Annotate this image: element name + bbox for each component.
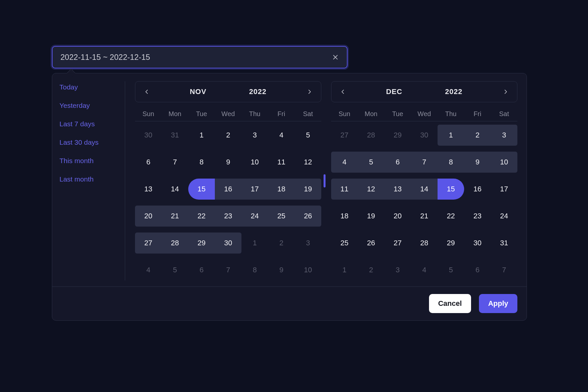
- calendar-day[interactable]: 2: [215, 125, 241, 146]
- calendar-day[interactable]: 28: [162, 233, 188, 254]
- calendar-day[interactable]: 19: [295, 179, 321, 200]
- calendar-day[interactable]: 6: [135, 152, 162, 173]
- calendar-day[interactable]: 16: [215, 179, 241, 200]
- shortcut-item[interactable]: Last 30 days: [59, 138, 120, 146]
- calendar-day[interactable]: 18: [331, 206, 358, 227]
- calendar-day[interactable]: 4: [135, 259, 162, 281]
- calendar-day[interactable]: 26: [295, 206, 321, 227]
- calendar-day[interactable]: 19: [358, 206, 384, 227]
- calendar-day[interactable]: 1: [331, 259, 358, 281]
- calendar-day[interactable]: 26: [358, 233, 384, 254]
- calendar-day[interactable]: 31: [491, 233, 517, 254]
- calendar-day[interactable]: 8: [188, 152, 215, 173]
- calendar-day[interactable]: 5: [358, 152, 384, 173]
- calendar-day[interactable]: 3: [384, 259, 411, 281]
- calendar-day[interactable]: 9: [268, 259, 295, 281]
- calendar-day[interactable]: 10: [241, 152, 268, 173]
- prev-month-icon[interactable]: [143, 88, 150, 95]
- calendar-day[interactable]: 27: [384, 233, 411, 254]
- calendar-day[interactable]: 3: [491, 125, 517, 146]
- calendar-day[interactable]: 24: [491, 206, 517, 227]
- calendar-day[interactable]: 1: [241, 233, 268, 254]
- calendar-day[interactable]: 22: [188, 206, 215, 227]
- clear-icon[interactable]: [332, 54, 339, 61]
- calendar-day[interactable]: 3: [241, 125, 268, 146]
- calendar-day[interactable]: 7: [162, 152, 188, 173]
- calendar-day[interactable]: 27: [135, 233, 162, 254]
- calendar-day[interactable]: 17: [491, 179, 517, 200]
- calendar-day[interactable]: 29: [188, 233, 215, 254]
- next-month-icon[interactable]: [306, 88, 313, 95]
- calendar-day[interactable]: 15: [438, 179, 464, 200]
- calendar-day[interactable]: 21: [411, 206, 438, 227]
- calendar-right-year[interactable]: 2022: [445, 87, 463, 96]
- shortcut-item[interactable]: Today: [59, 83, 120, 91]
- calendar-day[interactable]: 15: [188, 179, 215, 200]
- calendar-day[interactable]: 23: [215, 206, 241, 227]
- calendar-day[interactable]: 23: [464, 206, 491, 227]
- calendar-day[interactable]: 25: [268, 206, 295, 227]
- shortcut-item[interactable]: Yesterday: [59, 102, 120, 110]
- calendar-day[interactable]: 2: [268, 233, 295, 254]
- range-divider-handle[interactable]: [324, 174, 326, 187]
- calendar-day[interactable]: 28: [411, 233, 438, 254]
- calendar-right-month[interactable]: DEC: [386, 87, 402, 96]
- calendar-day[interactable]: 30: [135, 125, 162, 146]
- calendar-day[interactable]: 29: [438, 233, 464, 254]
- calendar-day[interactable]: 18: [268, 179, 295, 200]
- calendar-day[interactable]: 12: [295, 152, 321, 173]
- calendar-day[interactable]: 6: [188, 259, 215, 281]
- calendar-day[interactable]: 10: [491, 152, 517, 173]
- calendar-day[interactable]: 30: [464, 233, 491, 254]
- shortcut-item[interactable]: Last month: [59, 175, 120, 183]
- calendar-day[interactable]: 4: [268, 125, 295, 146]
- calendar-day[interactable]: 16: [464, 179, 491, 200]
- calendar-day[interactable]: 1: [438, 125, 464, 146]
- calendar-day[interactable]: 4: [331, 152, 358, 173]
- calendar-day[interactable]: 4: [411, 259, 438, 281]
- calendar-day[interactable]: 30: [215, 233, 241, 254]
- calendar-day[interactable]: 21: [162, 206, 188, 227]
- apply-button[interactable]: Apply: [479, 294, 517, 313]
- calendar-day[interactable]: 7: [411, 152, 438, 173]
- calendar-day[interactable]: 22: [438, 206, 464, 227]
- calendar-day[interactable]: 7: [491, 259, 517, 281]
- calendar-day[interactable]: 5: [295, 125, 321, 146]
- calendar-day[interactable]: 6: [464, 259, 491, 281]
- date-range-input[interactable]: 2022-11-15 ~ 2022-12-15: [52, 46, 348, 68]
- calendar-day[interactable]: 3: [295, 233, 321, 254]
- calendar-day[interactable]: 5: [438, 259, 464, 281]
- shortcut-item[interactable]: This month: [59, 157, 120, 165]
- calendar-day[interactable]: 25: [331, 233, 358, 254]
- calendar-day[interactable]: 7: [215, 259, 241, 281]
- calendar-day[interactable]: 24: [241, 206, 268, 227]
- calendar-day[interactable]: 8: [241, 259, 268, 281]
- calendar-day[interactable]: 13: [135, 179, 162, 200]
- calendar-day[interactable]: 14: [411, 179, 438, 200]
- calendar-day[interactable]: 10: [295, 259, 321, 281]
- calendar-day[interactable]: 11: [331, 179, 358, 200]
- calendar-left-year[interactable]: 2022: [249, 87, 266, 96]
- calendar-day[interactable]: 6: [384, 152, 411, 173]
- calendar-day[interactable]: 9: [464, 152, 491, 173]
- calendar-day[interactable]: 11: [268, 152, 295, 173]
- next-month-icon[interactable]: [502, 88, 509, 95]
- calendar-day[interactable]: 20: [384, 206, 411, 227]
- calendar-day[interactable]: 31: [162, 125, 188, 146]
- calendar-day[interactable]: 13: [384, 179, 411, 200]
- calendar-day[interactable]: 29: [384, 125, 411, 146]
- calendar-day[interactable]: 30: [411, 125, 438, 146]
- calendar-day[interactable]: 14: [162, 179, 188, 200]
- calendar-day[interactable]: 28: [358, 125, 384, 146]
- calendar-day[interactable]: 8: [438, 152, 464, 173]
- calendar-day[interactable]: 20: [135, 206, 162, 227]
- shortcut-item[interactable]: Last 7 days: [59, 120, 120, 128]
- calendar-day[interactable]: 1: [188, 125, 215, 146]
- calendar-day[interactable]: 2: [358, 259, 384, 281]
- calendar-day[interactable]: 17: [241, 179, 268, 200]
- cancel-button[interactable]: Cancel: [429, 294, 471, 313]
- calendar-day[interactable]: 2: [464, 125, 491, 146]
- calendar-day[interactable]: 27: [331, 125, 358, 146]
- calendar-day[interactable]: 5: [162, 259, 188, 281]
- prev-month-icon[interactable]: [339, 88, 347, 95]
